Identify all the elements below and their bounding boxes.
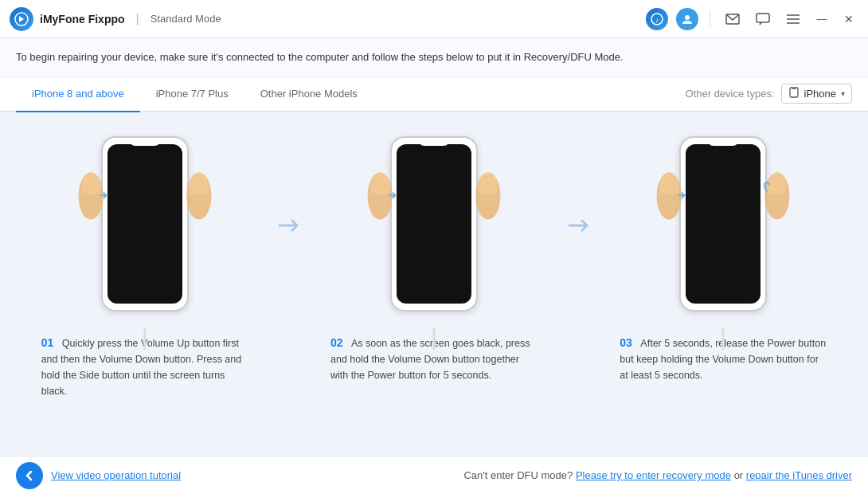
svg-rect-5 [757, 14, 769, 22]
phone-body-1: 1 2 ► [101, 136, 189, 312]
footer-or-text: or [734, 469, 744, 481]
phone-illustration-1: 1 2 ► [65, 120, 225, 327]
phone-cable-1 [143, 327, 146, 350]
phone-notch-2 [418, 138, 450, 146]
phone-illustration-3 [643, 120, 803, 327]
user-avatar-btn[interactable] [676, 8, 698, 30]
svg-rect-38 [666, 177, 670, 194]
svg-rect-43 [782, 180, 786, 194]
step-number-1: 01 [41, 336, 54, 349]
svg-rect-19 [204, 180, 208, 194]
phone-screen-1 [108, 144, 182, 304]
tab-iphone77plus[interactable]: iPhone 7/7 Plus [140, 77, 244, 112]
svg-rect-26 [376, 177, 380, 194]
device-select-box[interactable]: iPhone ▾ [781, 84, 852, 104]
step-block-2: 02 As soon as the screen goes black, pre… [305, 120, 562, 383]
svg-text:♪: ♪ [655, 16, 659, 24]
svg-rect-33 [483, 177, 487, 194]
svg-rect-44 [777, 177, 781, 194]
recovery-mode-link[interactable]: Please try to enter recovery mode [576, 469, 731, 481]
tabs-bar: iPhone 8 and above iPhone 7/7 Plus Other… [0, 77, 868, 112]
svg-rect-21 [194, 177, 197, 194]
footer-left: View video operation tutorial [16, 462, 181, 489]
svg-rect-20 [199, 177, 203, 194]
step-number-3: 03 [620, 336, 632, 349]
title-bar-right: ♪ [646, 8, 858, 30]
tab-other-iphone[interactable]: Other iPhone Models [244, 77, 373, 112]
svg-rect-27 [381, 177, 385, 194]
back-button[interactable] [16, 462, 43, 489]
footer-right: Can't enter DFU mode? Please try to ente… [181, 469, 852, 481]
title-bar-left: iMyFone Fixppo | Standard Mode [10, 7, 646, 31]
hand-right-1 [177, 168, 221, 227]
phone-notch-1 [129, 138, 161, 146]
arrow-between-2 [563, 120, 595, 235]
phone-cable-3 [722, 327, 725, 350]
svg-rect-15 [92, 177, 96, 194]
app-title: iMyFone Fixppo [40, 13, 125, 25]
menu-icon-btn[interactable] [782, 8, 804, 30]
svg-rect-46 [768, 179, 772, 194]
itunes-driver-link[interactable]: repair the iTunes driver [746, 469, 852, 481]
title-separator: | [136, 12, 139, 26]
phone-screen-2 [397, 144, 471, 304]
svg-rect-32 [488, 177, 492, 194]
phone-body-3 [679, 136, 767, 312]
svg-rect-37 [661, 180, 665, 194]
hand-right-3 [755, 168, 799, 227]
hand-left-1 [69, 168, 113, 227]
hand-right-2 [466, 168, 510, 227]
app-logo [10, 7, 33, 31]
app-mode: Standard Mode [151, 13, 221, 25]
svg-rect-31 [493, 180, 497, 194]
step-number-2: 02 [330, 336, 343, 349]
hand-left-3 [647, 168, 691, 227]
cannot-enter-text: Can't enter DFU mode? [463, 469, 573, 481]
chat-icon-btn[interactable] [752, 8, 774, 30]
svg-rect-40 [675, 179, 679, 194]
svg-point-3 [685, 15, 690, 20]
phone-illustration-2 [354, 120, 514, 327]
music-icon-btn[interactable]: ♪ [646, 8, 668, 30]
step-text-1: Quickly press the Volume Up button first… [41, 338, 242, 397]
video-tutorial-link[interactable]: View video operation tutorial [51, 469, 181, 481]
device-name: iPhone [804, 88, 836, 100]
mail-icon-btn[interactable] [721, 8, 744, 30]
minimize-btn[interactable]: — [812, 10, 831, 29]
svg-rect-39 [671, 177, 674, 194]
instruction-text: To begin repairing your device, make sur… [16, 51, 624, 63]
step-block-1: 1 2 ► 01 Quickly press the Volume Up but… [16, 120, 273, 399]
hand-left-2 [358, 168, 402, 227]
phone-cable-2 [432, 327, 435, 350]
svg-rect-14 [87, 177, 91, 194]
arrow-between-1 [273, 120, 305, 235]
step-text-2: As soon as the screen goes black, press … [330, 338, 530, 381]
tab-iphone8-above[interactable]: iPhone 8 and above [16, 77, 140, 112]
svg-rect-16 [97, 179, 101, 194]
svg-rect-22 [189, 179, 193, 194]
svg-rect-25 [371, 180, 375, 194]
steps-area: 1 2 ► 01 Quickly press the Volume Up but… [0, 112, 868, 457]
device-type-selector: Other device types: iPhone ▾ [686, 84, 852, 104]
device-type-label: Other device types: [686, 88, 775, 100]
footer: View video operation tutorial Can't ente… [0, 456, 868, 494]
svg-rect-45 [772, 177, 776, 194]
main-content: To begin repairing your device, make sur… [0, 38, 868, 456]
device-icon [788, 87, 800, 100]
svg-rect-34 [478, 179, 482, 194]
svg-rect-28 [386, 179, 390, 194]
title-divider [710, 11, 710, 27]
title-bar: iMyFone Fixppo | Standard Mode ♪ [0, 0, 868, 38]
phone-notch-3 [707, 138, 739, 146]
phone-screen-3 [686, 144, 760, 304]
phone-body-2 [390, 136, 478, 312]
dropdown-arrow-icon: ▾ [841, 89, 845, 98]
instruction-banner: To begin repairing your device, make sur… [0, 38, 868, 77]
close-btn[interactable]: ✕ [839, 10, 858, 29]
step-block-3: 03 After 5 seconds, release the Power bu… [595, 120, 852, 383]
svg-rect-13 [82, 180, 86, 194]
